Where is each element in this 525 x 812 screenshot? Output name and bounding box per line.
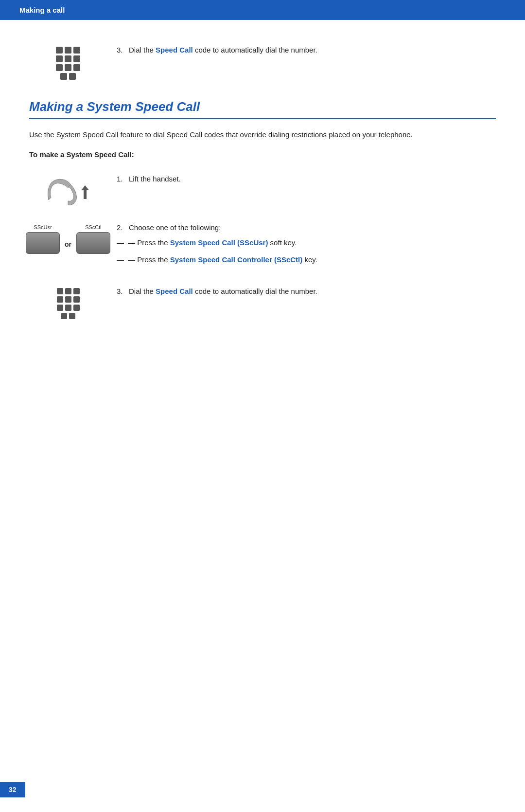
keypad-grid-bottom-step3 bbox=[61, 313, 75, 319]
section-title: Making a System Speed Call bbox=[29, 99, 496, 119]
svg-rect-1 bbox=[84, 190, 87, 199]
keypad-grid-top bbox=[56, 47, 80, 71]
dot bbox=[65, 296, 71, 303]
top-keypad-icon bbox=[29, 44, 107, 80]
choose-list: — Press the System Speed Call (SScUsr) s… bbox=[117, 237, 496, 265]
step2-icon-col: SScUsr or SScCtl bbox=[29, 222, 107, 254]
choose-dash-2: — bbox=[128, 254, 137, 266]
softkeys-container: SScUsr or SScCtl bbox=[26, 224, 110, 254]
dot bbox=[69, 313, 75, 319]
step3-text: 3. Dial the Speed Call code to automatic… bbox=[107, 286, 496, 297]
svg-marker-0 bbox=[81, 185, 89, 190]
top-step3-text: 3. Dial the Speed Call code to automatic… bbox=[107, 44, 496, 56]
dot bbox=[57, 305, 63, 311]
dot bbox=[56, 47, 63, 54]
step1-icon-col bbox=[29, 173, 107, 207]
keypad-icon-step3 bbox=[57, 288, 80, 319]
step1-row: 1. Lift the handset. bbox=[29, 173, 496, 207]
step2-row: SScUsr or SScCtl 2. Choose one of the fo… bbox=[29, 222, 496, 271]
header-bar: Making a call bbox=[0, 0, 525, 20]
dot bbox=[73, 288, 80, 294]
softkey-right-label: SScCtl bbox=[85, 224, 102, 230]
step3-icon-col bbox=[29, 286, 107, 319]
choose-option-1: — Press the System Speed Call (SScUsr) s… bbox=[117, 237, 496, 249]
choose-option-2: — Press the System Speed Call Controller… bbox=[117, 254, 496, 266]
header-title: Making a call bbox=[19, 6, 65, 14]
dot bbox=[61, 313, 67, 319]
keypad-bottom-row-top bbox=[60, 73, 76, 80]
dot bbox=[73, 305, 80, 311]
handset-icon bbox=[41, 176, 95, 207]
softkey-left-label: SScUsr bbox=[34, 224, 52, 230]
dot bbox=[73, 55, 80, 62]
dot bbox=[65, 55, 71, 62]
sscusr-link: System Speed Call (SScUsr) bbox=[170, 238, 268, 247]
dot bbox=[57, 296, 63, 303]
page-number: 32 bbox=[9, 786, 17, 794]
softkey-left-button[interactable] bbox=[26, 232, 60, 254]
step1-text: 1. Lift the handset. bbox=[107, 173, 496, 185]
softkey-left-group: SScUsr bbox=[26, 224, 60, 254]
top-step3-row: 3. Dial the Speed Call code to automatic… bbox=[29, 44, 496, 80]
softkey-right-button[interactable] bbox=[76, 232, 110, 254]
step3-number: 3. Dial the Speed Call code to automatic… bbox=[117, 287, 317, 295]
softkeys-row: SScUsr or SScCtl bbox=[26, 224, 110, 254]
softkey-or-text: or bbox=[60, 240, 76, 248]
step1-number: 1. Lift the handset. bbox=[117, 175, 181, 183]
speed-call-link-step3: Speed Call bbox=[156, 287, 193, 295]
choose-option-2-text: Press the System Speed Call Controller (… bbox=[137, 254, 317, 266]
page-number-box: 32 bbox=[0, 782, 25, 797]
step2-text: 2. Choose one of the following: — Press … bbox=[107, 222, 496, 271]
dot bbox=[65, 64, 71, 71]
choose-dash-1: — bbox=[128, 237, 137, 249]
dot bbox=[60, 73, 67, 80]
dot bbox=[65, 305, 71, 311]
dot bbox=[65, 47, 71, 54]
softkey-right-group: SScCtl bbox=[76, 224, 110, 254]
sub-heading: To make a System Speed Call: bbox=[29, 150, 496, 159]
section-description: Use the System Speed Call feature to dia… bbox=[29, 129, 496, 141]
dot bbox=[56, 55, 63, 62]
sscctl-link: System Speed Call Controller (SScCtl) bbox=[170, 255, 303, 264]
keypad-icon-top bbox=[56, 47, 80, 80]
choose-option-1-text: Press the System Speed Call (SScUsr) sof… bbox=[137, 237, 297, 249]
dot bbox=[73, 296, 80, 303]
main-content: 3. Dial the Speed Call code to automatic… bbox=[0, 20, 525, 363]
top-step3-number: 3. Dial the Speed Call code to automatic… bbox=[117, 46, 317, 54]
step3-row: 3. Dial the Speed Call code to automatic… bbox=[29, 286, 496, 319]
dot bbox=[65, 288, 71, 294]
dot bbox=[57, 288, 63, 294]
dot bbox=[73, 47, 80, 54]
dot bbox=[69, 73, 76, 80]
step2-number: 2. Choose one of the following: bbox=[117, 223, 221, 232]
keypad-grid-step3 bbox=[57, 288, 80, 311]
dot bbox=[73, 64, 80, 71]
dot bbox=[56, 64, 63, 71]
